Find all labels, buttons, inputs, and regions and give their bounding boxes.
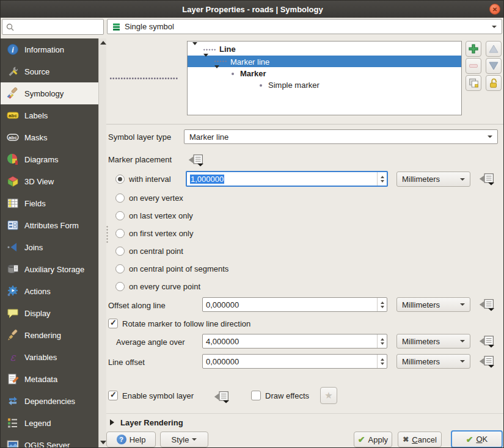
data-defined-override-icon[interactable] (478, 355, 497, 368)
search-icon (6, 23, 14, 31)
lock-symbol-layer-button[interactable] (486, 75, 502, 91)
data-defined-override-icon[interactable] (478, 298, 497, 311)
tree-item-line[interactable]: Line (188, 44, 461, 56)
sidebar-item-information[interactable]: i Information (1, 38, 98, 60)
line-offset-unit-select[interactable]: Millimeters (396, 354, 470, 369)
on-last-vertex-only-radio[interactable] (115, 211, 125, 220)
on-central-point-radio[interactable] (115, 247, 125, 256)
line-offset-label: Line offset (108, 358, 145, 367)
on-central-point-of-segments-radio[interactable] (115, 264, 125, 273)
data-defined-override-icon[interactable] (188, 153, 206, 167)
marker-symbol-icon (232, 73, 234, 75)
sidebar-item-metadata[interactable]: Metadata (1, 368, 98, 390)
renderer-select[interactable]: Single symbol (107, 19, 502, 34)
collapse-arrow-icon[interactable] (110, 419, 114, 425)
average-angle-unit-select[interactable]: Millimeters (396, 334, 470, 349)
duplicate-symbol-layer-button[interactable] (466, 75, 481, 91)
data-defined-override-icon[interactable] (478, 172, 497, 186)
renderer-value: Single symbol (125, 22, 488, 31)
fields-icon (7, 197, 19, 209)
data-defined-override-icon[interactable] (213, 390, 232, 403)
3d-view-icon (7, 175, 19, 187)
divider (106, 124, 504, 125)
sidebar-item-label: QGIS Server (24, 441, 70, 448)
offset-along-line-spinbox[interactable]: 0,000000 (202, 297, 387, 312)
search-input[interactable] (2, 19, 104, 35)
sidebar-item-symbology[interactable]: Symbology (1, 82, 98, 104)
simple-marker-symbol-icon (260, 84, 262, 87)
apply-button[interactable]: ✔ Apply (354, 432, 392, 447)
actions-icon (7, 285, 19, 297)
sidebar-item-source[interactable]: Source (1, 60, 98, 82)
tree-item-marker-line[interactable]: Marker line (188, 56, 461, 67)
scroll-down-icon[interactable] (100, 441, 106, 446)
move-up-button[interactable] (486, 41, 502, 57)
rotate-marker-checkbox[interactable] (108, 319, 118, 328)
with-interval-radio[interactable] (115, 175, 125, 184)
expand-icon[interactable] (203, 54, 208, 66)
tree-item-marker[interactable]: Marker (188, 67, 461, 79)
spinner-buttons[interactable] (377, 334, 387, 348)
sidebar-item-variables[interactable]: ε Variables (1, 346, 98, 368)
dependencies-icon (7, 395, 19, 407)
tree-item-simple-marker[interactable]: Simple marker (188, 79, 461, 90)
check-icon: ✔ (466, 435, 473, 444)
sidebar-item-label: Symbology (24, 89, 64, 98)
masks-icon: abc (7, 131, 19, 143)
symbol-layer-type-select[interactable]: Marker line (184, 129, 498, 144)
on-first-vertex-only-radio[interactable] (115, 229, 125, 238)
splitter-handle[interactable] (106, 225, 109, 244)
move-down-button[interactable] (486, 58, 502, 74)
enable-symbol-layer-checkbox[interactable] (108, 391, 118, 400)
chevron-down-icon (192, 438, 197, 441)
sidebar-item-rendering[interactable]: Rendering (1, 324, 98, 346)
chevron-down-icon (460, 360, 465, 363)
sidebar-item-legend[interactable]: Legend (1, 412, 98, 434)
offset-along-line-unit-value: Millimeters (402, 300, 456, 309)
sidebar-item-3d-view[interactable]: 3D View (1, 170, 98, 192)
layer-rendering-header[interactable]: Layer Rendering (120, 418, 183, 427)
ok-button[interactable]: ✔ OK (451, 430, 503, 448)
spinner-buttons[interactable] (377, 172, 387, 186)
sidebar-item-label: Variables (24, 353, 57, 362)
scroll-up-icon[interactable] (100, 41, 106, 46)
on-every-curve-point-radio[interactable] (115, 282, 125, 291)
help-button[interactable]: ? Help (106, 432, 156, 447)
sidebar-item-display[interactable]: Display (1, 302, 98, 324)
customize-effects-button[interactable]: ★ (320, 387, 337, 404)
line-symbol-icon (203, 48, 216, 52)
draw-effects-checkbox[interactable] (251, 391, 261, 400)
close-button[interactable]: ✕ (489, 4, 500, 15)
sidebar-item-labels[interactable]: abc Labels (1, 104, 98, 126)
add-symbol-layer-button[interactable] (466, 41, 481, 57)
expand-icon[interactable] (214, 65, 219, 78)
remove-symbol-layer-button[interactable] (466, 58, 481, 74)
interval-spinbox[interactable]: 1,000000 (186, 171, 388, 187)
title-bar[interactable]: Layer Properties - roads | Symbology ✕ (1, 1, 504, 18)
average-angle-spinbox[interactable]: 4,000000 (202, 334, 387, 349)
sidebar-item-actions[interactable]: Actions (1, 280, 98, 302)
spinner-buttons[interactable] (377, 298, 387, 311)
legend-icon (7, 417, 19, 429)
sidebar-item-masks[interactable]: abc Masks (1, 126, 98, 148)
cancel-button[interactable]: ✖ Cancel (398, 432, 442, 447)
offset-along-line-unit-select[interactable]: Millimeters (396, 297, 470, 312)
style-button[interactable]: Style (160, 432, 208, 447)
spinner-buttons[interactable] (377, 355, 387, 368)
tree-item-label: Marker (240, 69, 266, 78)
duplicate-icon (468, 78, 479, 89)
sidebar-item-qgis-server[interactable]: QGIS Server (1, 434, 98, 448)
sidebar-item-attributes-form[interactable]: Attributes Form (1, 214, 98, 236)
check-icon: ✔ (358, 435, 365, 444)
interval-unit-select[interactable]: Millimeters (396, 172, 470, 187)
data-defined-override-icon[interactable] (478, 334, 497, 348)
line-offset-spinbox[interactable]: 0,000000 (202, 354, 387, 369)
average-angle-value: 4,000000 (203, 334, 377, 348)
sidebar-item-auxiliary-storage[interactable]: Auxiliary Storage (1, 258, 98, 280)
sidebar-item-fields[interactable]: Fields (1, 192, 98, 214)
sidebar-item-diagrams[interactable]: Diagrams (1, 148, 98, 170)
sidebar-item-dependencies[interactable]: Dependencies (1, 390, 98, 412)
expand-icon[interactable] (192, 42, 197, 54)
on-every-vertex-radio[interactable] (115, 193, 125, 203)
sidebar-item-joins[interactable]: Joins (1, 236, 98, 258)
